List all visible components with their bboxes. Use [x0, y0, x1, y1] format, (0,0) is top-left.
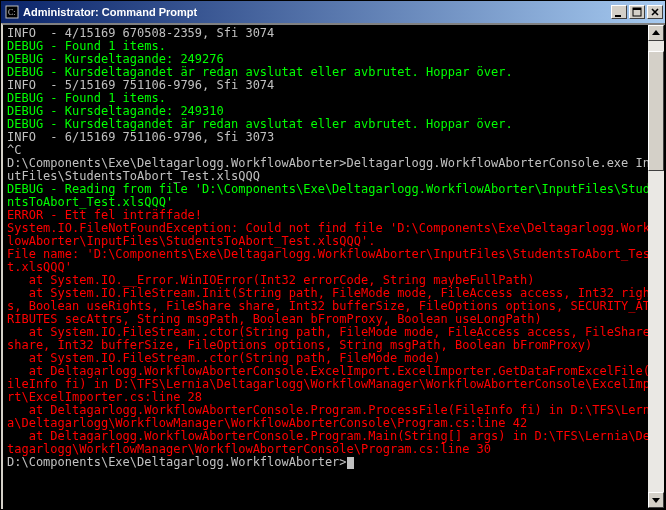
maximize-button[interactable]: [629, 5, 645, 19]
console-output[interactable]: INFO - 4/15169 670508-2359, Sfi 3074DEBU…: [1, 23, 665, 509]
console-line: at System.IO.FileStream..ctor(String pat…: [7, 326, 661, 352]
console-line: System.IO.FileNotFoundException: Could n…: [7, 222, 661, 248]
svg-text:C:: C:: [8, 8, 16, 17]
svg-rect-2: [615, 15, 621, 17]
scroll-down-button[interactable]: [648, 492, 664, 508]
console-line: at Deltagarlogg.WorkflowAborterConsole.P…: [7, 404, 661, 430]
prompt-text: D:\Components\Exe\Deltagarlogg.WorkflowA…: [7, 455, 347, 469]
prompt-line[interactable]: D:\Components\Exe\Deltagarlogg.WorkflowA…: [7, 456, 661, 469]
console-line: File name: 'D:\Components\Exe\Deltagarlo…: [7, 248, 661, 274]
console-line: D:\Components\Exe\Deltagarlogg.WorkflowA…: [7, 157, 661, 183]
console-line: DEBUG - Reading from file 'D:\Components…: [7, 183, 661, 209]
console-line: at Deltagarlogg.WorkflowAborterConsole.E…: [7, 365, 661, 404]
window-buttons: [609, 5, 663, 19]
cmd-window: C: Administrator: Command Prompt INFO - …: [0, 0, 666, 510]
svg-rect-4: [633, 8, 641, 10]
console-line: INFO - 6/15169 751106-9796, Sfi 3073: [7, 131, 661, 144]
console-line: at System.IO.FileStream.Init(String path…: [7, 287, 661, 326]
titlebar[interactable]: C: Administrator: Command Prompt: [1, 1, 665, 23]
scrollbar-thumb[interactable]: [648, 51, 664, 171]
console-line: at Deltagarlogg.WorkflowAborterConsole.P…: [7, 430, 661, 456]
scrollbar-track[interactable]: [648, 41, 664, 492]
app-icon: C:: [5, 5, 19, 19]
cursor: [347, 457, 354, 469]
scroll-up-button[interactable]: [648, 25, 664, 41]
minimize-button[interactable]: [611, 5, 627, 19]
window-title: Administrator: Command Prompt: [23, 6, 609, 18]
close-button[interactable]: [647, 5, 663, 19]
vertical-scrollbar[interactable]: [648, 25, 664, 508]
